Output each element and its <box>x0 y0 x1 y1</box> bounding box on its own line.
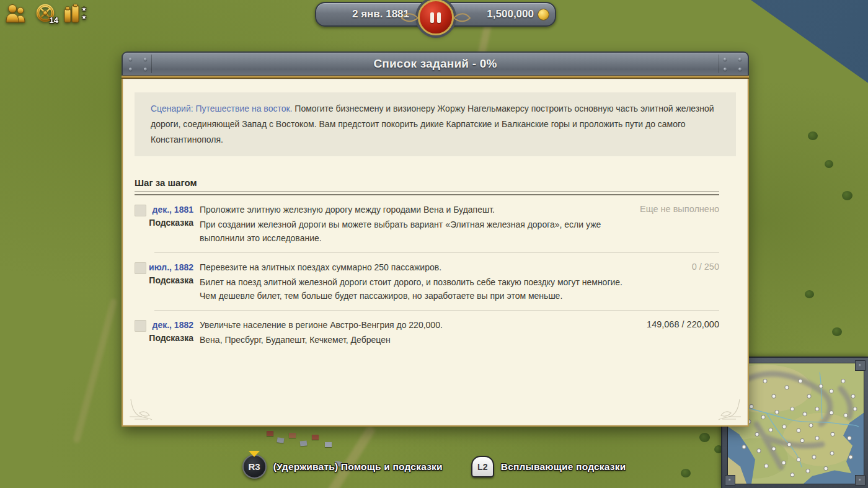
controller-hints-bar: R3 (Удерживать) Помощь и подсказки L2 Вс… <box>0 455 868 479</box>
village-building <box>289 433 296 438</box>
task-description: Увеличьте население в регионе Австро-Вен… <box>200 319 640 330</box>
hint-label: Подсказка <box>135 218 193 245</box>
money-value: 1,500,000 <box>487 8 534 20</box>
section-divider <box>135 191 719 195</box>
game-screen: 14 ★ ★ 2 янв. 1881 1,500,000 <box>0 0 868 488</box>
hint-label: Подсказка <box>135 333 193 347</box>
hint-tooltips: L2 Всплывающие подсказки <box>471 456 626 477</box>
task-status: 149,068 / 220,000 <box>647 319 719 329</box>
task-checkbox <box>135 205 146 216</box>
hud-notification-icons: 14 ★ ★ <box>5 4 87 24</box>
hint-tooltips-label: Всплывающие подсказки <box>501 461 626 472</box>
task-list-panel: Список заданий - 0% Сценарий: Путешестви… <box>122 51 749 427</box>
gold-flourish <box>453 9 471 25</box>
r3-button-icon: R3 <box>242 455 267 479</box>
hint-text: При создании железной дороги вы можете в… <box>200 218 627 245</box>
tree <box>808 131 818 140</box>
money-display: 1,500,000 <box>487 3 549 25</box>
panel-header: Список заданий - 0% <box>122 51 749 75</box>
scenario-title: Сценарий: Путешествие на восток. <box>151 104 292 113</box>
task-checkbox <box>135 320 146 332</box>
task-description: Проложите элитную железную дорогу между … <box>200 204 634 215</box>
village-building <box>267 431 273 436</box>
star-icon: ★ <box>81 6 87 12</box>
panel-title: Список заданий - 0% <box>123 53 748 75</box>
tree <box>825 160 833 168</box>
village-building <box>325 442 332 447</box>
task-status: 0 / 250 <box>692 262 719 272</box>
task-list: дек., 1881 Проложите элитную железную до… <box>135 200 719 353</box>
corner-ornament <box>716 398 743 423</box>
tree <box>699 433 710 442</box>
task-row: дек., 1881 Проложите элитную железную до… <box>135 200 719 251</box>
tree <box>832 327 842 336</box>
star-icon: ★ <box>81 14 87 20</box>
gold-flourish <box>401 9 419 25</box>
wheel-badge-count: 14 <box>50 16 58 25</box>
hint-help: R3 (Удерживать) Помощь и подсказки <box>242 455 443 479</box>
panel-body: Сценарий: Путешествие на восток. Помогит… <box>122 79 749 427</box>
task-checkbox <box>135 262 146 274</box>
task-description: Перевезите на элитных поездах суммарно 2… <box>200 262 686 272</box>
l2-button-icon: L2 <box>471 456 494 477</box>
task-row: июл., 1882 Перевезите на элитных поездах… <box>135 252 719 309</box>
task-status: Еще не выполнено <box>640 204 719 214</box>
pause-button[interactable] <box>418 0 454 35</box>
hint-text: Билет на поезд элитной железной дороги с… <box>200 275 627 303</box>
village-building <box>300 440 308 446</box>
minimap-corner <box>855 360 866 371</box>
industry-goods-icon[interactable]: ★ ★ <box>63 4 87 24</box>
village-building <box>312 435 319 440</box>
corner-ornament <box>127 398 154 423</box>
tree <box>842 191 852 200</box>
scenario-description: Сценарий: Путешествие на восток. Помогит… <box>135 92 736 156</box>
hint-help-label: (Удерживать) Помощь и подсказки <box>273 461 443 472</box>
top-status-bar: 2 янв. 1881 1,500,000 <box>315 2 556 27</box>
village-building <box>277 437 284 443</box>
coin-icon <box>538 9 549 20</box>
hint-label: Подсказка <box>135 275 193 303</box>
pause-icon <box>430 12 434 23</box>
passengers-icon[interactable] <box>5 4 27 24</box>
research-wheel-icon[interactable]: 14 <box>35 4 56 24</box>
hint-text: Вена, Пресбург, Будапешт, Кечкемет, Дебр… <box>200 333 627 347</box>
tree <box>805 290 814 298</box>
pause-icon <box>437 12 441 23</box>
section-title: Шаг за шагом <box>135 177 736 188</box>
task-row: дек., 1882 Увеличьте население в регионе… <box>135 310 719 353</box>
